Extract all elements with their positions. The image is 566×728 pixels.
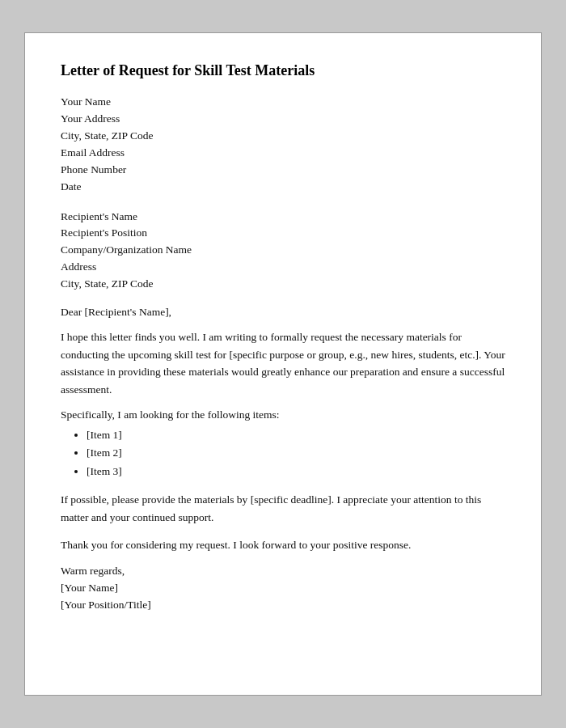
list-item: [Item 2]	[87, 444, 505, 463]
sign-title: [Your Position/Title]	[61, 597, 505, 614]
sender-city-state-zip: City, State, ZIP Code	[61, 128, 505, 145]
body-paragraph-2: If possible, please provide the material…	[61, 491, 505, 526]
sender-email: Email Address	[61, 145, 505, 162]
sender-block: Your Name Your Address City, State, ZIP …	[61, 94, 505, 196]
recipient-address: Address	[61, 259, 505, 276]
body-paragraph-3: Thank you for considering my request. I …	[61, 536, 505, 554]
recipient-position: Recipient's Position	[61, 225, 505, 242]
closing-block: Warm regards, [Your Name] [Your Position…	[61, 563, 505, 614]
sign-name: [Your Name]	[61, 580, 505, 597]
items-list: [Item 1] [Item 2] [Item 3]	[87, 426, 505, 482]
salutation: Dear [Recipient's Name],	[61, 306, 505, 319]
sender-date: Date	[61, 179, 505, 196]
sender-name: Your Name	[61, 94, 505, 111]
closing-text: Warm regards,	[61, 563, 505, 580]
sender-phone: Phone Number	[61, 162, 505, 179]
body-paragraph-1: I hope this letter finds you well. I am …	[61, 328, 505, 398]
recipient-company: Company/Organization Name	[61, 242, 505, 259]
list-item: [Item 3]	[87, 463, 505, 481]
recipient-block: Recipient's Name Recipient's Position Co…	[61, 209, 505, 294]
recipient-name: Recipient's Name	[61, 209, 505, 226]
letter-title: Letter of Request for Skill Test Materia…	[61, 62, 505, 79]
recipient-city-state-zip: City, State, ZIP Code	[61, 276, 505, 293]
sender-address: Your Address	[61, 111, 505, 128]
list-intro: Specifically, I am looking for the follo…	[61, 408, 505, 421]
list-item: [Item 1]	[87, 426, 505, 445]
letter-document: Letter of Request for Skill Test Materia…	[24, 32, 542, 696]
